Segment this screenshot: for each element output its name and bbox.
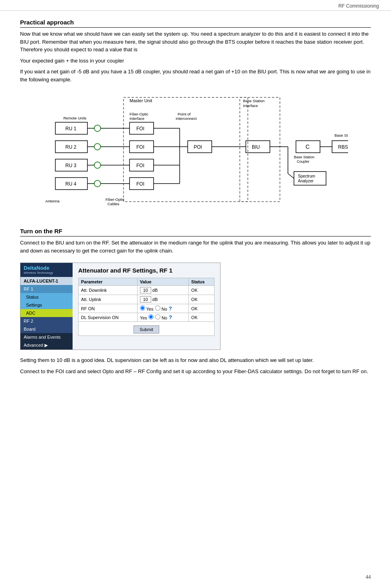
advanced-arrow: ▶: [45, 343, 48, 348]
value-rf-on[interactable]: Yes No ?: [137, 304, 188, 313]
svg-text:RU 2: RU 2: [65, 144, 77, 150]
sidebar-item-status[interactable]: Status: [20, 293, 73, 301]
submit-button[interactable]: Submit: [134, 325, 159, 333]
svg-line-66: [288, 174, 294, 178]
system-diagram: Master Unit Base Station Interface Fiber…: [43, 91, 348, 220]
col-value: Value: [137, 278, 188, 286]
radio-dl-supervision[interactable]: Yes No ?: [140, 314, 172, 320]
sidebar-item-advanced[interactable]: Advanced ▶: [20, 341, 73, 350]
status-rf-on: OK: [188, 304, 214, 313]
status-dl-supervision: OK: [188, 313, 214, 322]
diagram-svg: Master Unit Base Station Interface Fiber…: [43, 91, 348, 220]
svg-text:FOI: FOI: [136, 181, 144, 187]
table-row-submit: Submit: [79, 322, 215, 336]
ui-screenshot: DeltaNode Wireless Technology ALFA-LUCEN…: [20, 263, 221, 350]
radio-rf-on-yes[interactable]: [140, 305, 145, 311]
svg-text:RU 1: RU 1: [65, 126, 77, 131]
svg-point-20: [94, 162, 101, 168]
para-rf3: Connect to the FOI card and select Opto …: [20, 368, 371, 376]
logo-main: DeltaNode: [24, 265, 69, 271]
svg-text:C: C: [306, 143, 310, 150]
table-row: DL Supervision ON Yes No ? OK: [79, 313, 215, 322]
param-rf-on: RF ON: [79, 304, 138, 313]
svg-text:Cables: Cables: [107, 202, 120, 206]
radio-rf-on[interactable]: Yes No ?: [140, 305, 172, 311]
ui-main-panel: Attenuator and RF Settings, RF 1 Paramet…: [73, 263, 220, 350]
sidebar-item-adc[interactable]: ADC: [20, 309, 73, 317]
table-row: Att. Uplink dB OK: [79, 295, 215, 304]
radio-dl-no[interactable]: [155, 314, 160, 319]
svg-text:BIU: BIU: [252, 144, 260, 150]
logo-sub: Wireless Technology: [24, 271, 69, 275]
section-title-practical: Practical approach: [20, 19, 371, 28]
param-dl-supervision: DL Supervision ON: [79, 313, 138, 322]
svg-text:Base Station: Base Station: [294, 155, 314, 159]
header-title: RF Commissioning: [338, 3, 379, 9]
para-rf1: Connect to the BIU and turn on the RF. S…: [20, 239, 371, 255]
svg-text:FOI: FOI: [136, 163, 144, 168]
section-title-rf: Turn on the RF: [20, 228, 371, 236]
svg-text:Fiber-Optic: Fiber-Optic: [105, 197, 124, 202]
svg-text:Coupler: Coupler: [297, 160, 310, 164]
param-att-uplink: Att. Uplink: [79, 295, 138, 304]
svg-point-21: [94, 180, 101, 187]
sidebar-device: ALFA-LUCENT-1: [20, 277, 73, 285]
svg-text:RU 3: RU 3: [65, 163, 77, 168]
svg-text:Spectrum: Spectrum: [298, 174, 315, 178]
svg-text:Point of: Point of: [178, 112, 191, 116]
para2: Your expected gain + the loss in your co…: [20, 57, 371, 65]
sidebar-logo: DeltaNode Wireless Technology: [20, 263, 73, 277]
para-rf2: Setting them to 10 dB is a good idea. DL…: [20, 356, 371, 364]
value-att-uplink[interactable]: dB: [137, 295, 188, 304]
svg-text:FOI: FOI: [136, 126, 144, 131]
col-status: Status: [188, 278, 214, 286]
svg-text:FOI: FOI: [136, 144, 144, 150]
table-row: Att. Downlink dB OK: [79, 286, 215, 295]
status-att-uplink: OK: [188, 295, 214, 304]
radio-dl-yes[interactable]: [148, 314, 154, 319]
svg-text:Remote Units: Remote Units: [63, 116, 87, 120]
input-att-uplink[interactable]: [140, 296, 151, 303]
radio-rf-on-no[interactable]: [155, 305, 160, 311]
svg-text:Interface: Interface: [243, 103, 258, 108]
help-rf-on: ?: [169, 305, 172, 311]
sidebar-item-alarms[interactable]: Alarms and Events: [20, 333, 73, 341]
svg-text:Base Station: Base Station: [334, 133, 348, 137]
svg-text:Master Unit: Master Unit: [130, 98, 152, 103]
status-att-downlink: OK: [188, 286, 214, 295]
para3: If you want a net gain of -5 dB and you …: [20, 68, 371, 83]
help-dl-supervision: ?: [169, 314, 172, 320]
value-att-downlink[interactable]: dB: [137, 286, 188, 295]
input-att-downlink[interactable]: [140, 287, 151, 293]
panel-title: Attenuator and RF Settings, RF 1: [78, 267, 215, 274]
col-parameter: Parameter: [79, 278, 138, 286]
svg-text:Analyzer: Analyzer: [298, 179, 314, 183]
sidebar-item-board[interactable]: Board: [20, 325, 73, 333]
param-att-downlink: Att. Downlink: [79, 286, 138, 295]
svg-text:RBS: RBS: [338, 144, 348, 150]
ui-sidebar: DeltaNode Wireless Technology ALFA-LUCEN…: [20, 263, 73, 350]
svg-point-19: [94, 143, 101, 150]
sidebar-item-settings[interactable]: Settings: [20, 301, 73, 309]
sidebar-item-rf1[interactable]: RF 1: [20, 285, 73, 293]
svg-text:Interface: Interface: [130, 116, 144, 121]
table-row: RF ON Yes No ? OK: [79, 304, 215, 313]
para1: Now that we know what we should have we …: [20, 30, 371, 54]
page-header: RF Commissioning: [0, 0, 391, 11]
page-number: 44: [366, 574, 371, 580]
svg-text:Antenna: Antenna: [45, 199, 60, 203]
svg-point-18: [94, 125, 101, 131]
rf-settings-table: Parameter Value Status Att. Downlink dB …: [78, 278, 215, 336]
sidebar-item-rf2[interactable]: RF 2: [20, 317, 73, 325]
svg-text:RU 4: RU 4: [65, 181, 77, 187]
svg-text:Fiber-Optic: Fiber-Optic: [130, 112, 148, 116]
svg-text:Interconnect: Interconnect: [176, 116, 197, 121]
svg-text:POI: POI: [194, 144, 202, 150]
svg-text:Base Station: Base Station: [243, 99, 265, 103]
value-dl-supervision[interactable]: Yes No ?: [137, 313, 188, 322]
